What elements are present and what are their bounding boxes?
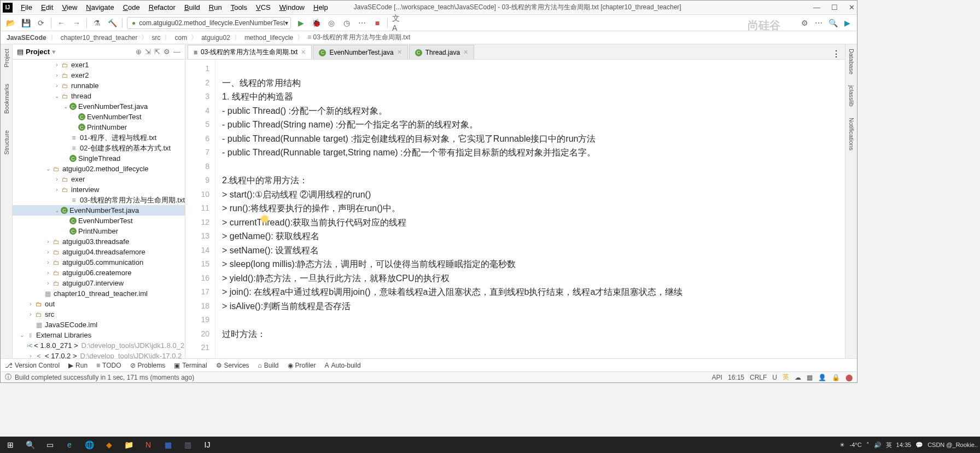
tree-item[interactable]: ›🗀runnable bbox=[13, 80, 185, 91]
app2-icon[interactable]: N bbox=[140, 438, 156, 452]
config-icon[interactable]: ⚗ bbox=[91, 18, 102, 28]
translate-icon[interactable]: 文A bbox=[392, 18, 403, 28]
hide-icon[interactable]: — bbox=[173, 48, 180, 56]
tree-item[interactable]: ›🗀atguigu06.createmore bbox=[13, 268, 185, 278]
breadcrumb-item[interactable]: JavaSECode bbox=[5, 33, 48, 42]
ime-indicator[interactable]: 英 bbox=[783, 373, 789, 382]
tool-gear-icon[interactable]: ⚙ bbox=[799, 18, 810, 28]
task-view-icon[interactable]: ▭ bbox=[42, 438, 58, 452]
close-icon[interactable]: ✕ bbox=[463, 49, 468, 56]
tray-weather-icon[interactable]: ☀ bbox=[839, 442, 845, 449]
tool-play-icon[interactable]: ▶ bbox=[842, 18, 853, 28]
editor-tab[interactable]: ≡03-线程的常用方法与生命周期.txt✕ bbox=[188, 45, 312, 59]
tray-time[interactable]: 14:35 bbox=[896, 442, 912, 448]
tree-item[interactable]: ≡03-线程的常用方法与生命周期.txt bbox=[13, 195, 185, 205]
tree-item[interactable]: ›<< 17.0.2 >D:\develop_tools\JDK\jdk-17.… bbox=[13, 351, 185, 358]
tree-item[interactable]: ≡02-创建多线程的基本方式.txt bbox=[13, 143, 185, 153]
open-icon[interactable]: 📂 bbox=[5, 18, 16, 28]
coverage-icon[interactable]: ◎ bbox=[326, 18, 337, 28]
tree-item[interactable]: ⌄CEvenNumberTest.java bbox=[13, 205, 185, 216]
debug-icon[interactable]: 🐞 bbox=[311, 18, 322, 28]
menu-tools[interactable]: Tools bbox=[227, 2, 251, 13]
tree-item[interactable]: ›🗀atguigu05.communication bbox=[13, 257, 185, 268]
tree-item[interactable]: ›🗀src bbox=[13, 309, 185, 320]
tree-item[interactable]: ⌄🗀atguigu02.method_lifecycle bbox=[13, 164, 185, 174]
menu-navigate[interactable]: Navigate bbox=[82, 2, 118, 13]
tray-notification-icon[interactable]: 💬 bbox=[915, 442, 923, 449]
tool-profiler[interactable]: ◉Profiler bbox=[288, 362, 316, 369]
tray-up-icon[interactable]: ˄ bbox=[866, 442, 870, 449]
locate-icon[interactable]: ⊕ bbox=[136, 48, 142, 56]
editor-tab[interactable]: CEvenNumberTest.java✕ bbox=[313, 45, 407, 59]
back-icon[interactable]: ← bbox=[56, 18, 67, 28]
menu-help[interactable]: Help bbox=[310, 2, 332, 13]
breadcrumb-item[interactable]: atguigu02 bbox=[200, 33, 232, 42]
run-config-dropdown[interactable]: ● com.atguigu02.method_lifecycle.EvenNum… bbox=[127, 17, 291, 29]
line-sep[interactable]: CRLF bbox=[750, 374, 767, 381]
tree-item[interactable]: ›🗀atguigu04.threadsafemore bbox=[13, 247, 185, 257]
tree-item[interactable]: ›🗀atguigu03.threadsafe bbox=[13, 236, 185, 247]
stop-icon[interactable]: ■ bbox=[372, 18, 383, 28]
tool-run[interactable]: ▶Run bbox=[68, 362, 88, 369]
collapse-icon[interactable]: ⇱ bbox=[154, 48, 160, 56]
tree-item[interactable]: ▦JavaSECode.iml bbox=[13, 320, 185, 330]
menu-window[interactable]: Window bbox=[276, 2, 308, 13]
attach-icon[interactable]: ⋯ bbox=[357, 18, 368, 28]
tree-item[interactable]: ▦chapter10_thread_teacher.iml bbox=[13, 288, 185, 299]
breadcrumb-item[interactable]: com bbox=[173, 33, 189, 42]
api-indicator[interactable]: API bbox=[712, 374, 722, 381]
tabs-more-icon[interactable]: ⋮ bbox=[827, 49, 845, 59]
tray-ime[interactable]: 英 bbox=[886, 441, 892, 449]
tool-services[interactable]: ⚙Services bbox=[216, 362, 249, 369]
tree-item[interactable]: ›🗀exer2 bbox=[13, 70, 185, 80]
tree-item[interactable]: ›🗀exer bbox=[13, 174, 185, 184]
minimize-button[interactable]: — bbox=[813, 3, 820, 11]
tool-todo[interactable]: ≡TODO bbox=[96, 362, 121, 369]
intellij-icon[interactable]: IJ bbox=[199, 438, 215, 452]
tool-terminal[interactable]: ▣Terminal bbox=[174, 362, 207, 369]
build-icon[interactable]: 🔨 bbox=[107, 18, 118, 28]
close-icon[interactable]: ✕ bbox=[301, 49, 306, 56]
tool-build[interactable]: ⌂Build bbox=[258, 362, 279, 369]
start-button[interactable]: ⊞ bbox=[2, 438, 19, 452]
menu-refactor[interactable]: Refactor bbox=[145, 2, 179, 13]
forward-icon[interactable]: → bbox=[71, 18, 82, 28]
tree-item[interactable]: ›🗀atguigu07.interview bbox=[13, 278, 185, 288]
rail-structure[interactable]: Structure bbox=[3, 130, 10, 155]
app1-icon[interactable]: ◆ bbox=[101, 438, 117, 452]
project-tree[interactable]: ›🗀exer1›🗀exer2›🗀runnable⌄🗀thread⌄CEvenNu… bbox=[13, 60, 185, 358]
explorer-icon[interactable]: 📁 bbox=[120, 438, 137, 452]
tool-auto-build[interactable]: AAuto-build bbox=[325, 362, 361, 369]
tool-dots-icon[interactable]: ⋯ bbox=[813, 18, 824, 28]
encoding[interactable]: U bbox=[772, 374, 777, 381]
tree-item[interactable]: CSingleThread bbox=[13, 153, 185, 164]
rail-notifications[interactable]: Notifications bbox=[848, 118, 855, 150]
tree-item[interactable]: ⌄⫴External Libraries bbox=[13, 330, 185, 340]
chevron-down-icon[interactable]: ▾ bbox=[52, 48, 56, 56]
tree-item[interactable]: ›🗀interview bbox=[13, 184, 185, 195]
refresh-icon[interactable]: ⟳ bbox=[36, 18, 46, 28]
tree-item[interactable]: ›🗀exer1 bbox=[13, 60, 185, 70]
app4-icon[interactable]: ▥ bbox=[179, 438, 196, 452]
save-icon[interactable]: 💾 bbox=[20, 18, 31, 28]
tree-item[interactable]: ≡01-程序、进程与线程.txt bbox=[13, 132, 185, 143]
tool-problems[interactable]: ⊘Problems bbox=[130, 362, 166, 369]
tool-search-icon[interactable]: 🔍 bbox=[827, 18, 838, 28]
profiler-icon[interactable]: ◷ bbox=[341, 18, 352, 28]
tray-volume-icon[interactable]: 🔊 bbox=[874, 442, 882, 449]
run-icon[interactable]: ▶ bbox=[295, 18, 306, 28]
maximize-button[interactable]: ☐ bbox=[831, 3, 838, 11]
menu-build[interactable]: Build bbox=[180, 2, 204, 13]
menu-view[interactable]: View bbox=[58, 2, 81, 13]
menu-vcs[interactable]: VCS bbox=[252, 2, 275, 13]
chrome-icon[interactable]: 🌐 bbox=[81, 438, 97, 452]
editor-tab[interactable]: CThread.java✕ bbox=[409, 45, 474, 59]
search-icon[interactable]: 🔍 bbox=[22, 438, 38, 452]
tree-item[interactable]: ⌄🗀thread bbox=[13, 91, 185, 101]
breadcrumb-item[interactable]: ≡ 03-线程的常用方法与生命周期.txt bbox=[306, 32, 412, 43]
menu-run[interactable]: Run bbox=[205, 2, 226, 13]
editor[interactable]: 123456789101112131415161718192021 一、线程的常… bbox=[185, 60, 845, 358]
gear-icon[interactable]: ⚙ bbox=[164, 48, 170, 56]
edge-icon[interactable]: e bbox=[61, 438, 78, 452]
rail-bookmarks[interactable]: Bookmarks bbox=[3, 84, 10, 114]
